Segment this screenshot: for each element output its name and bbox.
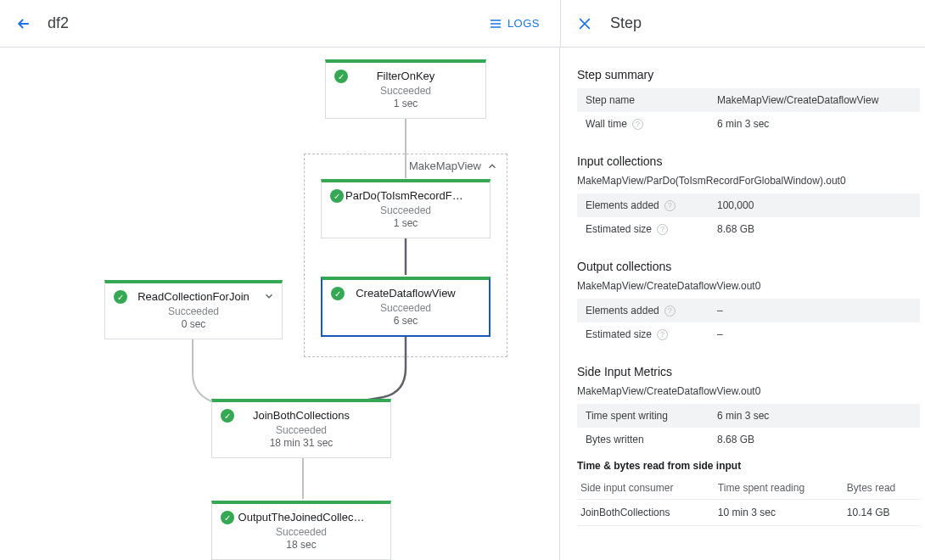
help-icon[interactable]: ?	[632, 119, 643, 130]
node-create-dataflow-view[interactable]: ✓ CreateDataflowView Succeeded 6 sec	[321, 277, 491, 337]
close-icon	[576, 15, 593, 32]
node-status: Succeeded	[221, 424, 382, 436]
node-title: JoinBothCollections	[221, 409, 382, 422]
section-heading: Side Input Metrics	[577, 365, 920, 378]
details-panel: Step summary Step name MakeMapView/Creat…	[560, 48, 925, 560]
job-title: df2	[48, 14, 69, 32]
collection-path: MakeMapView/ParDo(ToIsmRecordForGlobalWi…	[577, 175, 920, 187]
node-output-joined[interactable]: ✓ OutputTheJoinedCollec… Succeeded 18 se…	[211, 501, 391, 560]
panel-title: Step	[610, 14, 642, 32]
node-title: ParDo(ToIsmRecordFor…	[330, 189, 481, 202]
collection-path: MakeMapView/CreateDataflowView.out0	[577, 280, 920, 292]
kv-label: Bytes written	[577, 434, 717, 445]
col-consumer: Side input consumer	[577, 477, 715, 500]
collection-path: MakeMapView/CreateDataflowView.out0	[577, 385, 920, 397]
section-heading: Step summary	[577, 68, 920, 81]
chevron-up-icon	[486, 160, 498, 172]
kv-value: 6 min 3 sec	[717, 410, 769, 422]
kv-label: Wall time?	[577, 118, 717, 130]
back-button[interactable]	[7, 7, 41, 41]
topbar-left: df2 LOGS	[0, 0, 560, 47]
node-time: 6 sec	[331, 315, 480, 327]
node-join-both[interactable]: ✓ JoinBothCollections Succeeded 18 min 3…	[211, 399, 391, 458]
node-time: 18 min 31 sec	[221, 437, 382, 449]
kv-label: Elements added?	[577, 199, 717, 211]
close-button[interactable]	[575, 14, 595, 34]
help-icon[interactable]: ?	[664, 305, 676, 316]
col-bytes: Bytes read	[844, 477, 920, 500]
cell-bytes: 10.14 GB	[844, 500, 920, 526]
row-time-writing: Time spent writing 6 min 3 sec	[577, 404, 920, 428]
cell-time: 10 min 3 sec	[715, 500, 844, 526]
check-circle-icon: ✓	[221, 409, 234, 423]
section-side-input: Side Input Metrics MakeMapView/CreateDat…	[577, 365, 920, 526]
kv-label: Time spent writing	[577, 410, 717, 422]
section-step-summary: Step summary Step name MakeMapView/Creat…	[577, 68, 920, 136]
help-icon[interactable]: ?	[657, 224, 668, 235]
kv-value: MakeMapView/CreateDataflowView	[717, 94, 878, 106]
node-status: Succeeded	[334, 85, 477, 97]
row-step-name: Step name MakeMapView/CreateDataflowView	[577, 88, 920, 112]
node-read-collection[interactable]: ✓ ReadCollectionForJoin Succeeded 0 sec	[104, 280, 283, 339]
side-input-table: Side input consumer Time spent reading B…	[577, 477, 920, 526]
kv-label: Step name	[577, 94, 717, 106]
node-title: CreateDataflowView	[331, 287, 480, 300]
kv-value: –	[717, 305, 723, 316]
col-time: Time spent reading	[715, 477, 844, 500]
node-status: Succeeded	[221, 526, 382, 538]
check-circle-icon: ✓	[331, 287, 345, 300]
table-heading: Time & bytes read from side input	[577, 460, 920, 472]
kv-value: 8.68 GB	[717, 434, 754, 445]
check-circle-icon: ✓	[330, 189, 344, 203]
help-icon[interactable]: ?	[657, 329, 668, 340]
row-elements-added: Elements added? 100,000	[577, 193, 920, 217]
kv-value: 6 min 3 sec	[717, 118, 769, 130]
logs-label: LOGS	[507, 17, 540, 30]
section-heading: Output collections	[577, 260, 920, 273]
section-output-collections: Output collections MakeMapView/CreateDat…	[577, 260, 920, 346]
kv-label: Elements added?	[577, 305, 717, 316]
node-status: Succeeded	[114, 305, 273, 317]
node-title: FilterOnKey	[334, 70, 477, 82]
table-row: JoinBothCollections 10 min 3 sec 10.14 G…	[577, 500, 920, 526]
row-elements-added: Elements added? –	[577, 299, 920, 322]
graph-canvas[interactable]: ✓ FilterOnKey Succeeded 1 sec MakeMapVie…	[0, 48, 560, 560]
node-pardo[interactable]: ✓ ParDo(ToIsmRecordFor… Succeeded 1 sec	[321, 179, 491, 238]
node-filter-on-key[interactable]: ✓ FilterOnKey Succeeded 1 sec	[325, 59, 486, 119]
check-circle-icon: ✓	[221, 511, 234, 524]
row-estimated-size: Estimated size? 8.68 GB	[577, 217, 920, 241]
node-status: Succeeded	[330, 204, 481, 216]
node-time: 1 sec	[334, 98, 477, 109]
section-input-collections: Input collections MakeMapView/ParDo(ToIs…	[577, 154, 920, 241]
row-wall-time: Wall time? 6 min 3 sec	[577, 112, 920, 136]
kv-value: –	[717, 328, 723, 340]
check-circle-icon: ✓	[334, 70, 348, 83]
arrow-left-icon	[15, 15, 32, 32]
topbar: df2 LOGS Step	[0, 0, 925, 48]
logs-button[interactable]: LOGS	[489, 17, 540, 31]
kv-value: 100,000	[717, 199, 754, 211]
topbar-right: Step	[560, 0, 925, 47]
node-time: 0 sec	[114, 318, 273, 330]
group-header[interactable]: MakeMapView	[409, 160, 498, 172]
node-time: 18 sec	[221, 539, 382, 551]
row-estimated-size: Estimated size? –	[577, 322, 920, 346]
kv-label: Estimated size?	[577, 328, 717, 340]
row-bytes-written: Bytes written 8.68 GB	[577, 428, 920, 451]
chevron-down-icon[interactable]	[263, 290, 275, 305]
section-heading: Input collections	[577, 154, 920, 168]
node-time: 1 sec	[330, 217, 481, 229]
cell-consumer: JoinBothCollections	[577, 500, 715, 526]
node-title: ReadCollectionForJoin	[114, 290, 273, 303]
node-title: OutputTheJoinedCollec…	[221, 511, 382, 524]
help-icon[interactable]: ?	[664, 200, 676, 211]
node-status: Succeeded	[331, 302, 480, 314]
group-label: MakeMapView	[409, 160, 481, 172]
kv-label: Estimated size?	[577, 223, 717, 235]
kv-value: 8.68 GB	[717, 223, 754, 235]
logs-icon	[489, 17, 502, 31]
check-circle-icon: ✓	[114, 290, 127, 304]
